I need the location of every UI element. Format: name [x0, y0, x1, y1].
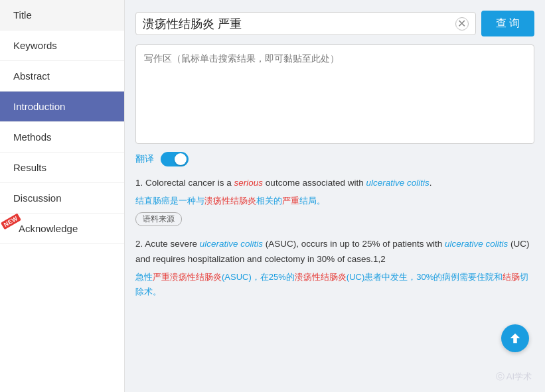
result2-zh: 急性严重溃疡性结肠炎(ASUC)，在25%的溃疡性结肠炎(UC)患者中发生，30…	[135, 270, 534, 299]
sidebar-item-introduction[interactable]: Introduction	[0, 92, 124, 122]
result2-en-mid: (ASUC), occurs in up to 25% of patients …	[263, 239, 445, 249]
result-text-2: 2. Acute severe ulcerative colitis (ASUC…	[135, 237, 534, 267]
search-button[interactable]: 查 询	[481, 11, 534, 36]
result1-en-middle: outcome associated with	[263, 178, 366, 188]
sidebar-label-keywords: Keywords	[13, 40, 57, 51]
source-tag-1[interactable]: 语料来源	[135, 212, 182, 226]
result-item-2: 2. Acute severe ulcerative colitis (ASUC…	[135, 237, 534, 303]
result2-en-before: Acute severe	[145, 239, 200, 249]
result1-zh-keyword2: 严重	[282, 196, 299, 206]
translate-label: 翻译	[135, 153, 154, 165]
sidebar-item-discussion[interactable]: Discussion	[0, 183, 124, 214]
main-content: ✕ 查 询 翻译 1. Colorectal cancer is a serio…	[125, 0, 545, 392]
result1-zh-keyword1: 溃疡性结肠炎	[204, 196, 256, 206]
sidebar-item-title[interactable]: Title	[0, 0, 124, 31]
result1-number: 1.	[135, 178, 145, 188]
sidebar-label-introduction: Introduction	[13, 101, 65, 112]
translate-row: 翻译	[135, 152, 534, 166]
sidebar-item-results[interactable]: Results	[0, 153, 124, 183]
result1-keyword-serious: serious	[234, 178, 264, 188]
search-bar: ✕ 查 询	[135, 11, 534, 36]
search-input-wrapper: ✕	[135, 12, 476, 35]
scroll-to-top-button[interactable]	[501, 324, 529, 352]
sidebar-label-discussion: Discussion	[13, 192, 62, 204]
new-badge: NEW	[1, 214, 21, 230]
sidebar-item-methods[interactable]: Methods	[0, 122, 124, 153]
translate-toggle[interactable]	[161, 152, 189, 166]
sidebar-label-methods: Methods	[13, 131, 52, 143]
result2-keyword-uc2: ulcerative colitis	[445, 239, 508, 249]
result2-keyword-uc1: ulcerative colitis	[200, 239, 263, 249]
clear-button[interactable]: ✕	[455, 17, 469, 31]
result2-number: 2.	[135, 239, 145, 249]
result1-en-period: .	[429, 178, 432, 188]
result2-zh-keyword3: 结肠	[503, 272, 520, 282]
result-item-1: 1. Colorectal cancer is a serious outcom…	[135, 176, 534, 226]
sidebar-label-results: Results	[13, 162, 46, 173]
result1-keyword-uc: ulcerative colitis	[366, 178, 429, 188]
arrow-up-icon	[508, 331, 522, 346]
sidebar: Title Keywords Abstract Introduction Met…	[0, 0, 125, 392]
writing-area[interactable]	[135, 44, 534, 144]
result-text-1: 1. Colorectal cancer is a serious outcom…	[135, 176, 534, 191]
sidebar-label-abstract: Abstract	[13, 70, 50, 82]
toggle-knob	[175, 153, 187, 165]
sidebar-item-keywords[interactable]: Keywords	[0, 31, 124, 61]
sidebar-item-acknowledge[interactable]: NEW Acknowledge	[0, 214, 124, 244]
sidebar-label-acknowledge: Acknowledge	[19, 223, 78, 234]
result1-zh: 结直肠癌是一种与溃疡性结肠炎相关的严重结局。	[135, 194, 534, 208]
result1-en-before: Colorectal cancer is a	[145, 178, 234, 188]
results-list: 1. Colorectal cancer is a serious outcom…	[135, 176, 534, 303]
search-input[interactable]	[143, 17, 451, 31]
result2-zh-keyword2: 溃疡性结肠炎	[295, 272, 347, 282]
result2-zh-keyword1: 严重溃疡性结肠炎	[153, 272, 222, 282]
sidebar-item-abstract[interactable]: Abstract	[0, 61, 124, 92]
sidebar-label-title: Title	[13, 9, 32, 21]
